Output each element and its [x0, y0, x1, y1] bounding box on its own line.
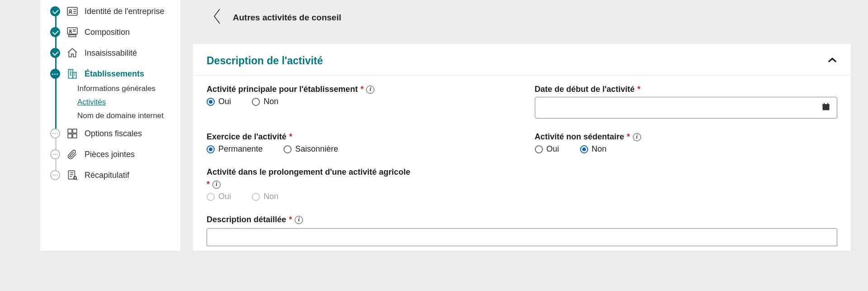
radio-agricole-oui[interactable]: Oui: [207, 192, 231, 201]
summary-icon: [66, 169, 78, 181]
chevron-left-icon: [211, 7, 223, 28]
field-description: Description détaillée * i: [207, 215, 837, 246]
field-agricole: Activité dans le prolongement d'une acti…: [207, 167, 509, 201]
step-recapitulatif[interactable]: Récapitulatif: [50, 165, 170, 186]
step-options-fiscales[interactable]: Options fiscales: [50, 123, 170, 144]
substep-domaine[interactable]: Nom de domaine internet: [77, 111, 170, 120]
radio-principal-oui[interactable]: Oui: [207, 97, 231, 106]
company-id-icon: [66, 5, 78, 17]
field-label: Activité non sédentaire: [535, 132, 624, 142]
required-mark: *: [637, 85, 641, 94]
svg-point-7: [70, 30, 71, 32]
field-label: Activité principale pour l'établissement: [207, 85, 358, 94]
svg-rect-19: [73, 129, 77, 133]
radio-input[interactable]: [252, 98, 260, 106]
radio-input[interactable]: [535, 145, 543, 153]
substeps: Informations générales Activités Nom de …: [77, 84, 170, 123]
svg-rect-30: [824, 103, 825, 105]
back-link[interactable]: Autres activités de conseil: [193, 0, 851, 44]
info-icon[interactable]: i: [295, 216, 303, 224]
check-icon: [50, 27, 60, 37]
svg-line-27: [76, 179, 77, 180]
attachment-icon: [66, 148, 78, 160]
required-mark: *: [289, 215, 292, 224]
field-label: Description détaillée: [207, 215, 286, 224]
panel-header[interactable]: Description de l'activité: [193, 44, 851, 76]
description-textarea[interactable]: [207, 228, 837, 246]
svg-rect-29: [823, 104, 830, 106]
field-non-sedentaire: Activité non sédentaire * i Oui Non: [535, 132, 838, 154]
pending-step-icon: [50, 170, 60, 180]
main-content: Autres activités de conseil Description …: [193, 0, 868, 251]
activity-panel: Description de l'activité Activité princ…: [193, 44, 851, 251]
svg-rect-18: [68, 129, 72, 133]
svg-rect-6: [69, 35, 76, 37]
svg-rect-21: [73, 134, 77, 138]
substep-activites[interactable]: Activités: [77, 98, 170, 107]
calendar-icon: [821, 102, 830, 113]
required-mark: *: [360, 85, 363, 94]
svg-rect-20: [68, 134, 72, 138]
options-icon: [66, 128, 78, 139]
pending-step-icon: [50, 149, 60, 159]
required-mark: *: [627, 132, 630, 142]
info-icon[interactable]: i: [633, 133, 641, 141]
step-composition[interactable]: Composition: [50, 22, 170, 43]
composition-icon: [66, 26, 78, 38]
field-date-debut: Date de début de l'activité *: [535, 85, 838, 119]
panel-title: Description de l'activité: [207, 55, 323, 67]
radio-input[interactable]: [207, 98, 215, 106]
substep-informations[interactable]: Informations générales: [77, 84, 170, 93]
check-icon: [50, 6, 60, 16]
field-label: Activité dans le prolongement d'une acti…: [207, 167, 410, 177]
step-label: Récapitulatif: [85, 171, 129, 180]
radio-exercice-permanente[interactable]: Permanente: [207, 144, 263, 154]
radio-sedentaire-non[interactable]: Non: [580, 144, 607, 154]
radio-exercice-saisonniere[interactable]: Saisonnière: [283, 144, 338, 154]
step-label: Identité de l'entreprise: [85, 7, 165, 16]
info-icon[interactable]: i: [212, 181, 221, 189]
sidebar: Identité de l'entreprise Composition Ins…: [40, 0, 180, 251]
required-mark: *: [289, 132, 292, 142]
info-icon[interactable]: i: [366, 86, 374, 94]
back-label: Autres activités de conseil: [233, 13, 341, 23]
radio-input[interactable]: [580, 145, 588, 153]
svg-point-1: [69, 10, 71, 12]
field-activite-principale: Activité principale pour l'établissement…: [207, 85, 509, 119]
step-label: Établissements: [85, 69, 144, 79]
step-label: Options fiscales: [85, 129, 142, 138]
step-identite[interactable]: Identité de l'entreprise: [50, 1, 170, 22]
step-label: Composition: [85, 28, 130, 37]
field-label: Date de début de l'activité: [535, 85, 635, 94]
radio-input: [252, 193, 260, 201]
radio-input[interactable]: [283, 145, 292, 153]
radio-input[interactable]: [207, 145, 215, 153]
field-label: Exercice de l'activité: [207, 132, 286, 142]
step-insaisissabilite[interactable]: Insaisissabilité: [50, 43, 170, 63]
building-icon: [66, 68, 78, 80]
radio-principal-non[interactable]: Non: [252, 97, 278, 106]
step-label: Insaisissabilité: [85, 48, 137, 58]
step-label: Pièces jointes: [85, 150, 135, 159]
chevron-up-icon[interactable]: [827, 57, 837, 65]
radio-sedentaire-oui[interactable]: Oui: [535, 144, 559, 154]
step-etablissements[interactable]: Établissements: [50, 63, 170, 84]
radio-input: [207, 193, 215, 201]
pending-step-icon: [50, 129, 60, 138]
required-mark: *: [207, 180, 210, 189]
radio-agricole-non[interactable]: Non: [252, 192, 278, 201]
svg-rect-31: [827, 103, 828, 105]
field-exercice: Exercice de l'activité * Permanente Sais…: [207, 132, 509, 154]
home-icon: [66, 47, 78, 59]
date-input[interactable]: [535, 97, 838, 119]
current-step-icon: [50, 69, 60, 79]
step-pieces-jointes[interactable]: Pièces jointes: [50, 144, 170, 165]
check-icon: [50, 48, 60, 58]
